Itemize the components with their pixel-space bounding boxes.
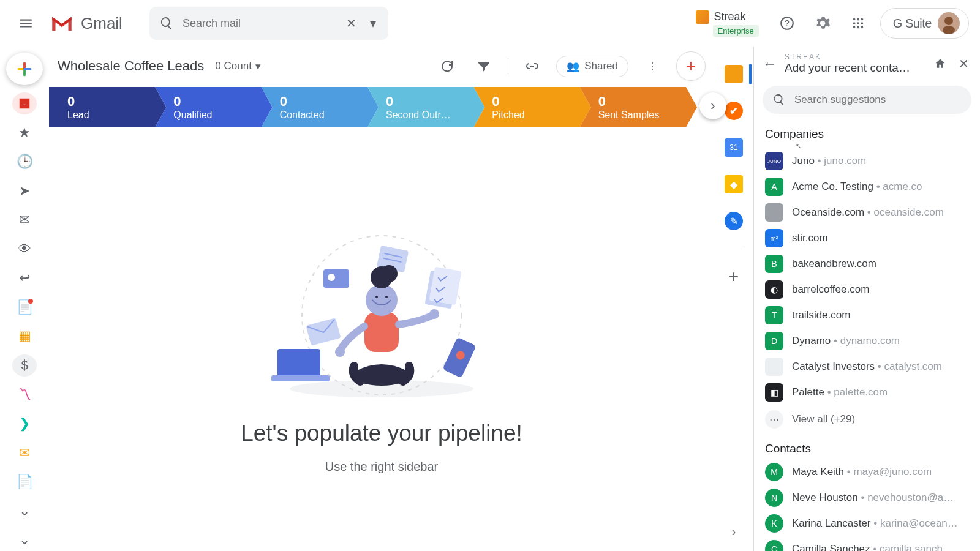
company-item[interactable]: AAcme Co. Testing • acme.co xyxy=(754,174,980,200)
dollar-icon: ＄ xyxy=(18,356,31,375)
stage-second-outr-[interactable]: 0Second Outr… xyxy=(368,87,484,127)
support-button[interactable]: ? xyxy=(774,10,801,37)
contact-item[interactable]: CCamilla Sanchez • camilla.sanch… xyxy=(754,536,980,551)
settings-button[interactable] xyxy=(809,10,836,37)
company-avatar: JUNO xyxy=(765,152,783,170)
rail-tasks[interactable] xyxy=(725,102,743,120)
svg-point-8 xyxy=(853,26,856,29)
streak-panel: ← STREAK Add your recent conta… ✕ Compan… xyxy=(753,47,980,551)
view-all-companies[interactable]: ⋯ View all (+29) xyxy=(754,405,980,433)
main-menu-button[interactable] xyxy=(11,9,40,38)
trends-nav[interactable]: 〽 xyxy=(12,384,37,406)
company-item[interactable]: DDynamo • dynamo.com xyxy=(754,328,980,354)
doc-icon: 📄 xyxy=(17,474,33,490)
svg-rect-25 xyxy=(364,312,399,352)
rail-addon[interactable]: ✎ xyxy=(725,212,743,230)
company-item[interactable]: Catalyst Investors • catalyst.com xyxy=(754,354,980,380)
company-avatar: A xyxy=(765,178,783,196)
home-icon xyxy=(934,58,946,70)
attachments-nav[interactable]: 📄 xyxy=(12,296,37,318)
apps-nav[interactable]: ▦ xyxy=(12,326,37,348)
inbox-icon xyxy=(18,97,31,110)
stage-sent-samples[interactable]: 0Sent Samples xyxy=(580,87,697,127)
replied-nav[interactable]: ↩ xyxy=(12,268,37,290)
filter-icon xyxy=(477,59,491,73)
company-item[interactable]: Oceanside.com • oceanside.com xyxy=(754,200,980,225)
company-avatar: D xyxy=(765,332,783,350)
empty-illustration xyxy=(253,205,510,407)
stage-nav[interactable]: ❯ xyxy=(12,413,37,435)
contact-item[interactable]: KKarina Lancaster • karina@ocean… xyxy=(754,511,980,536)
chevron-down-icon: ⌄ xyxy=(19,503,30,519)
send-icon: ➤ xyxy=(19,183,30,199)
link-button[interactable] xyxy=(519,53,545,79)
panel-search[interactable] xyxy=(763,86,971,114)
rail-calendar[interactable]: 31 xyxy=(725,138,743,157)
expand-more-nav[interactable]: ⌄ xyxy=(12,530,37,551)
contact-item[interactable]: NNeve Houston • nevehouston@a… xyxy=(754,485,980,511)
stage-pitched[interactable]: 0Pitched xyxy=(473,87,590,127)
streak-extension-label[interactable]: Streak Enterprise xyxy=(696,10,759,37)
trend-icon: 〽 xyxy=(18,387,31,403)
company-item[interactable]: JUNOJuno • juno.com xyxy=(754,148,980,174)
gmail-logo[interactable]: Gmail xyxy=(49,10,123,36)
user-avatar[interactable] xyxy=(938,12,960,34)
company-item[interactable]: Ttrailside.com xyxy=(754,302,980,328)
stage-contacted[interactable]: 0Contacted xyxy=(262,87,379,127)
sent-nav[interactable]: ➤ xyxy=(12,180,37,202)
refresh-button[interactable] xyxy=(434,53,460,79)
company-item[interactable]: m²stir.com xyxy=(754,225,980,251)
apps-button[interactable] xyxy=(845,10,872,37)
stages-next-button[interactable]: › xyxy=(699,92,726,119)
svg-point-4 xyxy=(861,18,863,21)
search-input[interactable] xyxy=(183,17,335,30)
svg-point-2 xyxy=(853,18,856,21)
company-avatar xyxy=(765,358,783,376)
svg-point-7 xyxy=(861,22,863,24)
plus-icon xyxy=(14,59,35,80)
chevron-down-icon: ▾ xyxy=(255,60,261,73)
rail-keep[interactable]: ◆ xyxy=(725,175,743,193)
inbox-nav[interactable] xyxy=(12,92,37,114)
count-dropdown[interactable]: 0 Count ▾ xyxy=(215,60,261,73)
shared-button[interactable]: 👥 Shared xyxy=(556,56,628,77)
panel-close-button[interactable]: ✕ xyxy=(956,54,971,73)
svg-point-31 xyxy=(335,347,345,357)
clock-icon: 🕒 xyxy=(17,154,33,170)
snoozed-nav[interactable]: 🕒 xyxy=(12,151,37,173)
company-item[interactable]: Bbakeandbrew.com xyxy=(754,251,980,277)
compose-button[interactable] xyxy=(6,53,43,85)
rail-get-addons[interactable]: + xyxy=(725,268,743,286)
stage-qualified[interactable]: 0Qualified xyxy=(155,87,272,127)
company-avatar: ◐ xyxy=(765,280,783,299)
docs-nav[interactable]: 📄 xyxy=(12,471,37,493)
svg-point-26 xyxy=(366,284,398,316)
filter-button[interactable] xyxy=(471,53,497,79)
svg-text:?: ? xyxy=(785,18,790,28)
search-options-dropdown[interactable]: ▾ xyxy=(368,13,379,33)
company-item[interactable]: ◐barrelcoffee.com xyxy=(754,277,980,302)
rail-expand[interactable]: › xyxy=(732,525,736,539)
more-button[interactable]: ⋮ xyxy=(639,53,665,79)
svg-point-17 xyxy=(328,274,335,281)
rail-streak[interactable] xyxy=(725,65,743,83)
panel-search-input[interactable] xyxy=(794,94,962,106)
gsuite-account[interactable]: G Suite xyxy=(880,8,969,39)
clear-search-button[interactable]: ✕ xyxy=(344,13,359,33)
drafts-nav[interactable]: ✉ xyxy=(12,209,37,231)
stage-lead[interactable]: 0Lead xyxy=(49,87,166,127)
panel-back-button[interactable]: ← xyxy=(763,55,777,72)
search-bar[interactable]: ✕ ▾ xyxy=(149,7,388,40)
expand-less-nav[interactable]: ⌄ xyxy=(12,500,37,522)
mail-alt-nav[interactable]: ✉ xyxy=(12,442,37,464)
starred-nav[interactable]: ★ xyxy=(12,122,37,144)
contact-item[interactable]: MMaya Keith • maya@juno.com xyxy=(754,459,980,485)
company-item[interactable]: ◧Palette • palette.com xyxy=(754,380,980,405)
watched-nav[interactable]: 👁 xyxy=(12,238,37,260)
svg-point-29 xyxy=(375,296,378,298)
refresh-icon xyxy=(440,59,454,73)
pipeline-nav[interactable]: ＄ xyxy=(12,354,37,377)
companies-heading: Companies xyxy=(754,119,980,144)
add-button[interactable]: + xyxy=(676,51,706,81)
panel-home-button[interactable] xyxy=(932,55,949,72)
